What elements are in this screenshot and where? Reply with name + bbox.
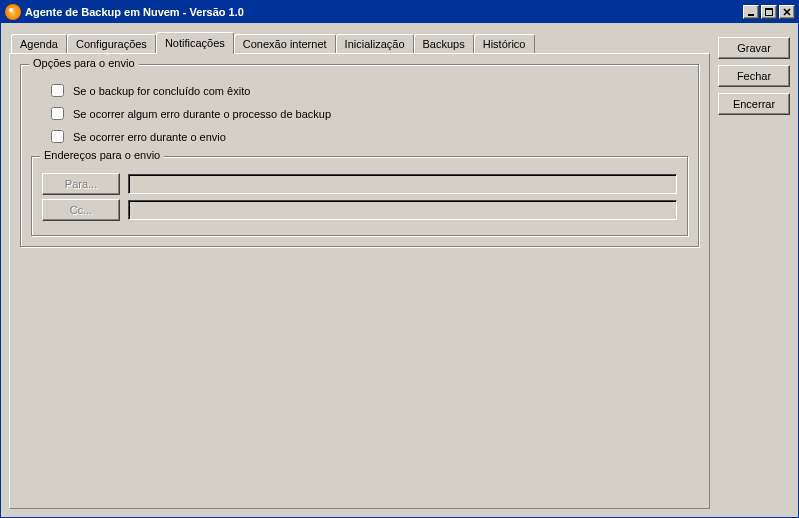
close-button[interactable]: [779, 5, 795, 19]
checkbox-backup-success[interactable]: [51, 84, 64, 97]
group-addresses-legend: Endereços para o envio: [40, 149, 164, 161]
maximize-icon: [765, 8, 773, 16]
window-controls: [743, 5, 795, 19]
svg-rect-2: [765, 8, 773, 10]
option-row-send-error: Se ocorrer erro durante o envio: [47, 127, 688, 146]
app-window: Agente de Backup em Nuvem - Versão 1.0 A…: [0, 0, 799, 518]
tab-inicializacao[interactable]: Inicialização: [336, 34, 414, 53]
address-row-cc: Cc...: [42, 199, 677, 221]
para-input[interactable]: [128, 174, 677, 194]
checkbox-backup-error-label[interactable]: Se ocorrer algum erro durante o processo…: [73, 108, 331, 120]
checkbox-send-error[interactable]: [51, 130, 64, 143]
close-icon: [783, 8, 791, 16]
tab-backups[interactable]: Backups: [414, 34, 474, 53]
client-area: Agenda Configurações Notificações Conexã…: [1, 23, 798, 517]
titlebar: Agente de Backup em Nuvem - Versão 1.0: [1, 1, 798, 23]
checkbox-backup-error[interactable]: [51, 107, 64, 120]
tab-historico[interactable]: Histórico: [474, 34, 535, 53]
tab-configuracoes[interactable]: Configurações: [67, 34, 156, 53]
cc-button[interactable]: Cc...: [42, 199, 120, 221]
option-row-success: Se o backup for concluído com êxito: [47, 81, 688, 100]
para-button[interactable]: Para...: [42, 173, 120, 195]
tab-conexao-internet[interactable]: Conexão internet: [234, 34, 336, 53]
option-row-backup-error: Se ocorrer algum erro durante o processo…: [47, 104, 688, 123]
shutdown-button[interactable]: Encerrar: [718, 93, 790, 115]
svg-rect-0: [748, 14, 754, 16]
tabstrip: Agenda Configurações Notificações Conexã…: [9, 31, 710, 53]
group-addresses: Endereços para o envio Para... Cc...: [31, 156, 688, 236]
group-send-options: Opções para o envio Se o backup for conc…: [20, 64, 699, 247]
checkbox-backup-success-label[interactable]: Se o backup for concluído com êxito: [73, 85, 250, 97]
address-row-para: Para...: [42, 173, 677, 195]
checkbox-send-error-label[interactable]: Se ocorrer erro durante o envio: [73, 131, 226, 143]
tab-notificacoes[interactable]: Notificações: [156, 32, 234, 54]
tab-agenda[interactable]: Agenda: [11, 34, 67, 53]
close-action-button[interactable]: Fechar: [718, 65, 790, 87]
action-buttons-column: Gravar Fechar Encerrar: [718, 31, 790, 509]
tab-container: Agenda Configurações Notificações Conexã…: [9, 31, 710, 509]
save-button[interactable]: Gravar: [718, 37, 790, 59]
window-title: Agente de Backup em Nuvem - Versão 1.0: [25, 6, 743, 18]
minimize-icon: [747, 8, 755, 16]
group-send-options-legend: Opções para o envio: [29, 57, 139, 69]
app-icon: [5, 4, 21, 20]
maximize-button[interactable]: [761, 5, 777, 19]
minimize-button[interactable]: [743, 5, 759, 19]
tab-panel-notificacoes: Opções para o envio Se o backup for conc…: [9, 53, 710, 509]
cc-input[interactable]: [128, 200, 677, 220]
